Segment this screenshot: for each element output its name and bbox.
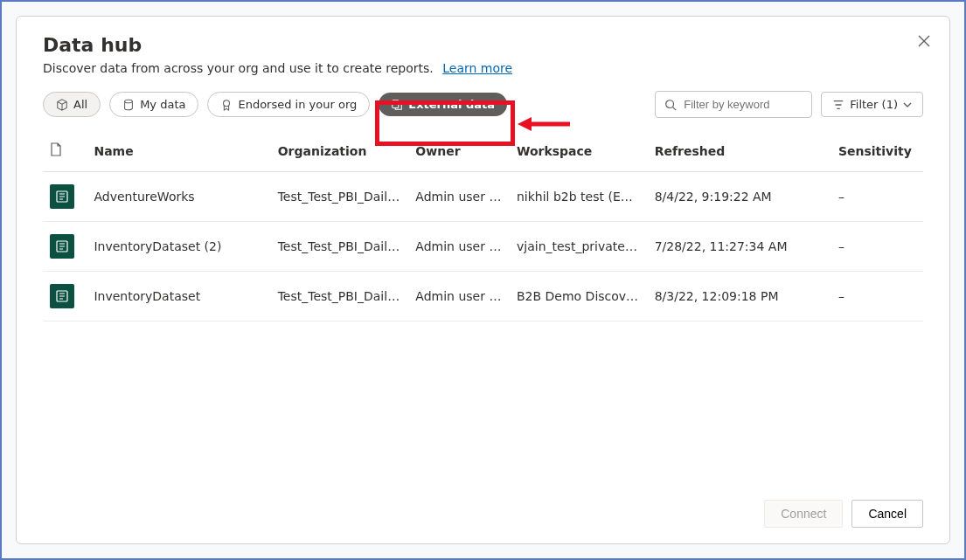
cell-owner: Admin user (...: [408, 222, 510, 272]
cancel-button[interactable]: Cancel: [851, 500, 923, 528]
cell-workspace: B2B Demo Discover...: [510, 272, 648, 321]
dialog-footer: Connect Cancel: [43, 489, 923, 528]
filter-icon: [832, 99, 844, 111]
data-hub-dialog: Data hub Discover data from across your …: [16, 16, 950, 544]
tab-external-label: External data: [408, 98, 495, 111]
annotation-arrow: [518, 114, 570, 135]
cell-owner: Admin user (...: [408, 172, 510, 222]
cell-workspace: vjain_test_privateli...: [510, 222, 648, 272]
tab-external-data[interactable]: External data: [379, 93, 507, 116]
svg-marker-8: [518, 117, 532, 131]
cell-organization: Test_Test_PBI_Daily_...: [271, 222, 409, 272]
col-workspace[interactable]: Workspace: [510, 134, 648, 172]
datasets-table: Name Organization Owner Workspace Refres…: [43, 134, 923, 321]
learn-more-link[interactable]: Learn more: [442, 61, 512, 75]
svg-point-3: [666, 100, 674, 107]
cell-owner: Admin user (...: [408, 272, 510, 321]
tab-all[interactable]: All: [43, 92, 101, 117]
cell-workspace: nikhil b2b test (EXT...: [510, 172, 648, 222]
cell-sensitivity: –: [831, 222, 923, 272]
tab-endorsed[interactable]: Endorsed in your org: [207, 92, 370, 117]
table-row[interactable]: AdventureWorksTest_Test_PBI_Daily_...Adm…: [43, 172, 923, 222]
svg-point-1: [224, 100, 230, 106]
cell-name: InventoryDataset: [87, 272, 270, 321]
cell-refreshed: 8/3/22, 12:09:18 PM: [648, 272, 831, 321]
filter-toolbar: All My data Endorsed in your org Externa…: [43, 91, 923, 118]
cell-sensitivity: –: [831, 172, 923, 222]
external-icon: [391, 99, 403, 111]
cell-name: InventoryDataset (2): [87, 222, 270, 272]
cell-name: AdventureWorks: [87, 172, 270, 222]
col-sensitivity[interactable]: Sensitivity: [831, 134, 923, 172]
ribbon-icon: [220, 99, 233, 111]
cell-sensitivity: –: [831, 272, 923, 321]
tab-my-data-label: My data: [140, 98, 185, 111]
tab-all-label: All: [73, 98, 87, 111]
dataset-icon: [50, 234, 74, 259]
table-row[interactable]: InventoryDataset (2)Test_Test_PBI_Daily_…: [43, 222, 923, 272]
tab-endorsed-label: Endorsed in your org: [238, 98, 357, 111]
close-button[interactable]: [918, 32, 930, 51]
dataset-icon: [50, 284, 74, 308]
chevron-down-icon: [903, 100, 912, 109]
col-owner[interactable]: Owner: [408, 134, 510, 172]
file-icon: [50, 142, 62, 156]
cell-refreshed: 7/28/22, 11:27:34 AM: [648, 222, 831, 272]
cube-icon: [56, 99, 68, 111]
search-icon: [664, 99, 677, 111]
filter-label: Filter (1): [850, 98, 898, 111]
tab-my-data[interactable]: My data: [109, 92, 198, 117]
subtitle-text: Discover data from across your org and u…: [43, 61, 434, 75]
table-row[interactable]: InventoryDatasetTest_Test_PBI_Daily_...A…: [43, 272, 923, 321]
dataset-icon: [50, 184, 74, 209]
connect-button[interactable]: Connect: [764, 500, 843, 528]
keyword-search[interactable]: [655, 91, 812, 118]
svg-point-0: [125, 100, 133, 103]
svg-rect-2: [393, 100, 399, 107]
cell-refreshed: 8/4/22, 9:19:22 AM: [648, 172, 831, 222]
database-icon: [122, 99, 135, 111]
page-title: Data hub: [43, 34, 923, 56]
cell-organization: Test_Test_PBI_Daily_...: [271, 172, 409, 222]
filter-button[interactable]: Filter (1): [821, 92, 923, 117]
page-subtitle: Discover data from across your org and u…: [43, 61, 923, 75]
col-refreshed[interactable]: Refreshed: [648, 134, 831, 172]
search-input[interactable]: [682, 97, 803, 112]
col-organization[interactable]: Organization: [271, 134, 409, 172]
cell-organization: Test_Test_PBI_Daily_...: [271, 272, 409, 321]
col-name[interactable]: Name: [87, 134, 270, 172]
